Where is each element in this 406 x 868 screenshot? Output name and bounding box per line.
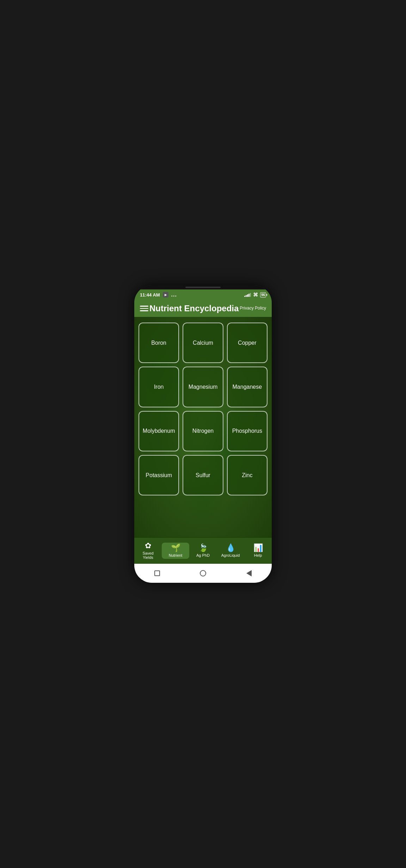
nav-icon-agroliquid: 💧 (226, 544, 235, 552)
notch-bar (185, 287, 221, 288)
privacy-policy-link[interactable]: Privacy Policy (240, 306, 266, 311)
square-button[interactable] (152, 568, 162, 579)
nav-item-agroliquid[interactable]: 💧AgroLiquid (217, 543, 244, 559)
nutrient-card-iron[interactable]: Iron (139, 367, 179, 407)
page-title: Nutrient Encyclopedia (149, 304, 239, 313)
status-bar: 11:44 AM ▶ ... ⌘ 96 (134, 289, 272, 300)
phone-notch (134, 285, 272, 289)
nav-item-nutrient[interactable]: 🌱Nutrient (162, 543, 189, 559)
nav-icon-help: 📊 (253, 544, 263, 552)
nutrient-label-nitrogen: Nitrogen (192, 428, 214, 434)
nav-label-ag-phd: Ag PhD (196, 553, 210, 557)
nutrient-card-nitrogen[interactable]: Nitrogen (183, 411, 223, 451)
media-icon: ▶ (163, 292, 168, 298)
nutrient-label-calcium: Calcium (193, 340, 213, 346)
battery-level: 96 (261, 293, 265, 297)
signal-bar-3 (247, 294, 248, 297)
system-nav (134, 564, 272, 583)
nutrient-label-zinc: Zinc (242, 472, 252, 479)
nutrient-label-phosphorus: Phosphorus (232, 428, 262, 434)
nutrient-card-phosphorus[interactable]: Phosphorus (227, 411, 267, 451)
nutrient-card-sulfur[interactable]: Sulfur (183, 455, 223, 495)
signal-bar-5 (250, 293, 251, 297)
nutrient-card-copper[interactable]: Copper (227, 323, 267, 363)
nav-item-help[interactable]: 📊Help (244, 543, 272, 559)
nav-label-help: Help (254, 553, 262, 557)
nav-icon-ag-phd: 🍃 (198, 544, 208, 552)
nutrient-grid: BoronCalciumCopperIronMagnesiumManganese… (139, 323, 267, 495)
bottom-nav: ✿Saved Yields🌱Nutrient🍃Ag PhD💧AgroLiquid… (134, 537, 272, 564)
hamburger-line-1 (140, 306, 148, 307)
signal-bar-2 (246, 295, 247, 297)
nav-label-saved-yields: Saved Yields (137, 551, 159, 560)
nav-item-ag-phd[interactable]: 🍃Ag PhD (189, 543, 217, 559)
home-button[interactable] (198, 568, 208, 579)
nutrient-label-magnesium: Magnesium (189, 384, 218, 390)
battery-icon: 96 (260, 292, 266, 298)
back-button[interactable] (244, 568, 254, 579)
nav-icon-saved-yields: ✿ (145, 542, 151, 550)
signal-bars (244, 293, 251, 297)
status-right: ⌘ 96 (244, 292, 266, 298)
nutrient-card-zinc[interactable]: Zinc (227, 455, 267, 495)
nutrient-label-manganese: Manganese (233, 384, 262, 390)
phone-frame: 11:44 AM ▶ ... ⌘ 96 Nutrient Encyclopedi… (134, 285, 272, 583)
nutrient-label-potassium: Potassium (146, 472, 172, 479)
nutrient-card-potassium[interactable]: Potassium (139, 455, 179, 495)
signal-bar-1 (244, 296, 245, 297)
signal-bar-4 (248, 294, 250, 297)
back-icon (246, 570, 252, 576)
nutrient-card-molybdenum[interactable]: Molybdenum (139, 411, 179, 451)
nutrient-card-magnesium[interactable]: Magnesium (183, 367, 223, 407)
wifi-icon: ⌘ (253, 292, 258, 298)
nav-label-agroliquid: AgroLiquid (221, 553, 240, 557)
app-header: Nutrient Encyclopedia Privacy Policy (134, 300, 272, 317)
status-time: 11:44 AM (140, 292, 160, 298)
circle-icon (200, 570, 206, 576)
nav-label-nutrient: Nutrient (169, 553, 183, 557)
nutrient-label-boron: Boron (151, 340, 166, 346)
hamburger-line-3 (140, 310, 148, 311)
square-icon (154, 570, 160, 576)
nutrient-card-calcium[interactable]: Calcium (183, 323, 223, 363)
nav-icon-nutrient: 🌱 (171, 544, 180, 552)
nutrient-card-boron[interactable]: Boron (139, 323, 179, 363)
nav-item-saved-yields[interactable]: ✿Saved Yields (134, 541, 162, 561)
nutrient-label-molybdenum: Molybdenum (143, 428, 175, 434)
nutrient-card-manganese[interactable]: Manganese (227, 367, 267, 407)
nutrient-label-copper: Copper (238, 340, 256, 346)
nutrient-label-sulfur: Sulfur (196, 472, 210, 479)
hamburger-line-2 (140, 308, 148, 309)
status-left: 11:44 AM ▶ ... (140, 292, 177, 298)
status-dots: ... (171, 292, 177, 298)
nutrient-label-iron: Iron (154, 384, 164, 390)
menu-button[interactable] (140, 306, 148, 311)
app-content: BoronCalciumCopperIronMagnesiumManganese… (134, 317, 272, 537)
